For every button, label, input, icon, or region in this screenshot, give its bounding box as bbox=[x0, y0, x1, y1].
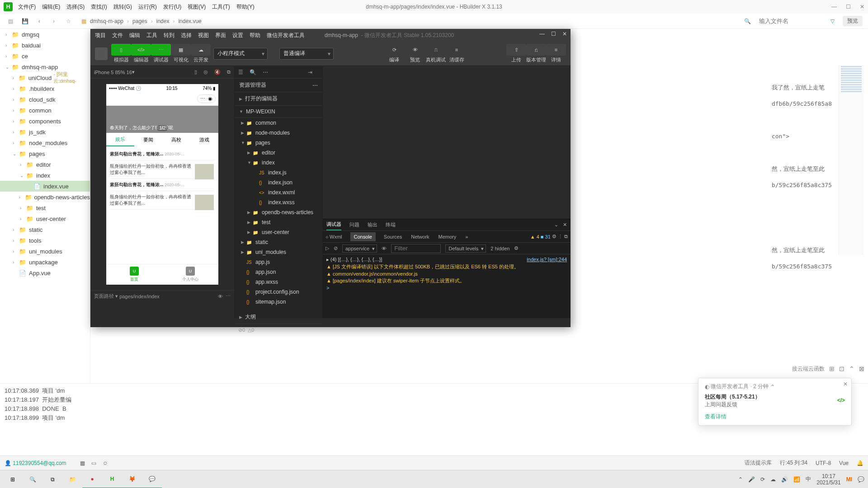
wx-mode-select[interactable]: 小程序模式 bbox=[213, 48, 268, 60]
maximize-icon[interactable]: ☐ bbox=[846, 4, 851, 10]
status-icon-terminal[interactable]: ▭ bbox=[91, 460, 96, 466]
wx-tab-debugger[interactable]: ⋯调试器 bbox=[151, 44, 171, 63]
back-icon[interactable]: ‹ bbox=[34, 16, 44, 26]
status-lang[interactable]: Vue bbox=[839, 460, 849, 466]
breadcrumb-file[interactable]: index.vue bbox=[178, 18, 201, 24]
wx-menu-wxdev[interactable]: 微信开发者工具 bbox=[267, 32, 305, 39]
status-user-icon[interactable]: 👤 bbox=[5, 460, 11, 466]
dbg-dock-icon[interactable]: ⧉ bbox=[564, 234, 568, 239]
phone-tab-4[interactable]: 游戏 bbox=[190, 133, 218, 146]
wx-tree-item[interactable]: ▶📁opendb-news-articles bbox=[235, 207, 322, 217]
forward-icon[interactable]: › bbox=[49, 16, 59, 26]
menu-edit[interactable]: 编辑(E) bbox=[42, 3, 60, 11]
wx-tree-item[interactable]: ▶📁node-modules bbox=[235, 128, 322, 138]
wx-tab-visual[interactable]: ▦可视化 bbox=[171, 44, 191, 63]
phone-preview[interactable]: ••••• WeChat 🕑10:1574% ▮ ⋯◉ 春天到了，怎么能少了轮播… bbox=[106, 84, 218, 285]
console-eye-icon[interactable]: 👁 bbox=[382, 246, 387, 251]
tree-item[interactable]: 📄App.vue bbox=[0, 267, 90, 278]
wx-menu-settings[interactable]: 设置 bbox=[232, 32, 243, 39]
wx-menu-ui[interactable]: 界面 bbox=[215, 32, 226, 39]
taskview-icon[interactable]: ⧉ bbox=[42, 470, 62, 488]
sim-device-label[interactable]: iPhone 5 85% 16 bbox=[94, 70, 132, 75]
wx-menu-help[interactable]: 帮助 bbox=[250, 32, 260, 39]
wx-menu-select[interactable]: 选择 bbox=[181, 32, 192, 39]
list-item[interactable]: 瓶身描绘的牡丹一如你初妆，冉冉檀香透过窗心事我了然... bbox=[110, 160, 215, 179]
wx-more-icon[interactable]: ⋯ bbox=[263, 69, 268, 75]
dbg-collapse-icon[interactable]: ⌄ bbox=[554, 222, 558, 228]
wx-detail-button[interactable]: ≡详情 bbox=[546, 44, 566, 63]
tray-cloud-icon[interactable]: ☁ bbox=[770, 476, 776, 483]
devtab-network[interactable]: Network bbox=[410, 232, 430, 241]
wx-minimize-icon[interactable]: — bbox=[539, 31, 545, 37]
dbg-gear-icon[interactable]: ⚙ bbox=[552, 234, 557, 239]
dbg-tab-terminal[interactable]: 终端 bbox=[386, 220, 396, 230]
list-item[interactable]: 素胚勾勒出青花，笔锋浓... 2020-05-... bbox=[110, 179, 215, 191]
devtab-memory[interactable]: Memory bbox=[438, 232, 458, 241]
wx-tree-item[interactable]: {}app.wxss bbox=[235, 277, 322, 287]
sim-target-icon[interactable]: ◎ bbox=[203, 69, 208, 75]
wx-tree-item[interactable]: ▼📁pages bbox=[235, 138, 322, 148]
wx-tree-item[interactable]: ▶📁editor bbox=[235, 148, 322, 158]
console-play-icon[interactable]: ▷ bbox=[326, 245, 329, 251]
phone-tab-3[interactable]: 高校 bbox=[162, 133, 190, 146]
tree-item[interactable]: ›📁opendb-news-articles bbox=[0, 192, 90, 202]
menu-goto[interactable]: 跳转(G) bbox=[113, 3, 132, 11]
tree-item[interactable]: ›📁components bbox=[0, 116, 90, 127]
dbg-tab-problems[interactable]: 问题 bbox=[349, 220, 359, 230]
menu-file[interactable]: 文件(F) bbox=[18, 3, 36, 11]
start-button[interactable]: ⊞ bbox=[3, 470, 23, 488]
wx-tree-item[interactable]: ▶📁test bbox=[235, 217, 322, 227]
capsule-close-icon[interactable]: ◉ bbox=[208, 96, 212, 102]
console-gear2-icon[interactable]: ⚙ bbox=[514, 245, 519, 251]
wx-menu-goto[interactable]: 转到 bbox=[164, 32, 175, 39]
wx-tree-item[interactable]: {}index.json bbox=[235, 178, 322, 188]
dbg-tab-debugger[interactable]: 调试器 bbox=[326, 219, 341, 230]
wx-tree-item[interactable]: JSapp.js bbox=[235, 257, 322, 267]
sim-popout-icon[interactable]: ⧉ bbox=[227, 69, 231, 75]
menu-publish[interactable]: 发行(U) bbox=[163, 3, 182, 11]
wx-errors-icon[interactable]: ⊘ bbox=[238, 327, 242, 333]
tree-item[interactable]: ›📁editor bbox=[0, 159, 90, 170]
tree-item[interactable]: ›📁js_sdk bbox=[0, 127, 90, 137]
wx-menu-project[interactable]: 项目 bbox=[95, 32, 106, 39]
tree-item[interactable]: ›📁tools bbox=[0, 235, 90, 246]
status-encoding[interactable]: UTF-8 bbox=[816, 460, 831, 466]
wx-menu-file[interactable]: 文件 bbox=[112, 32, 123, 39]
wx-tab-simulator[interactable]: ▯模拟器 bbox=[111, 44, 131, 63]
devtab-console[interactable]: Console bbox=[350, 232, 376, 241]
wx-avatar[interactable] bbox=[95, 47, 108, 60]
tree-item[interactable]: ›📁.hbuilderx bbox=[0, 83, 90, 94]
firefox-icon[interactable]: 🦊 bbox=[122, 470, 142, 488]
wx-device-button[interactable]: ⎍真机调试 bbox=[426, 44, 446, 63]
file-search-icon[interactable]: 🔍 bbox=[744, 18, 751, 24]
record-icon[interactable]: ● bbox=[82, 470, 102, 488]
tree-item[interactable]: ›📁cloud_sdk bbox=[0, 94, 90, 105]
wx-outline-header[interactable]: ▶大纲 bbox=[235, 310, 322, 324]
breadcrumb-folder1[interactable]: pages bbox=[132, 18, 147, 24]
wx-compile-select[interactable]: 普通编译 bbox=[279, 48, 334, 60]
wx-tree-item[interactable]: {}project.config.json bbox=[235, 287, 322, 297]
console-filter-input[interactable] bbox=[391, 244, 441, 253]
dbg-kebab-icon[interactable]: ⋮ bbox=[558, 234, 563, 239]
tree-item[interactable]: ›📁ce bbox=[0, 51, 90, 61]
warn-count[interactable]: ▲ 4 bbox=[530, 234, 539, 239]
menu-find[interactable]: 查找(I) bbox=[91, 3, 107, 11]
sim-more-icon[interactable]: ⋯ bbox=[226, 293, 231, 299]
tree-item[interactable]: ›📁node_modules bbox=[0, 137, 90, 148]
menu-help[interactable]: 帮助(Y) bbox=[236, 3, 255, 11]
toast-close-icon[interactable]: ✕ bbox=[843, 381, 848, 387]
wx-tree-item[interactable]: {}index.wxss bbox=[235, 197, 322, 207]
wx-resmgr-header[interactable]: 资源管理器⋯ bbox=[235, 79, 322, 92]
wx-tree-item[interactable]: ▶📁user-center bbox=[235, 227, 322, 237]
toast-link[interactable]: 查看详情 bbox=[705, 413, 845, 421]
console-scope-select[interactable]: appservice bbox=[342, 244, 377, 253]
wx-tree-item[interactable]: ▶📁common bbox=[235, 118, 322, 128]
tree-item[interactable]: ›📁unpackage bbox=[0, 257, 90, 267]
status-icon-smile[interactable]: ☺ bbox=[103, 460, 108, 466]
tray-update-icon[interactable]: ⟳ bbox=[760, 476, 765, 483]
wx-tree-item[interactable]: ▶📁static bbox=[235, 237, 322, 247]
phone-tab-1[interactable]: 娱乐 bbox=[106, 133, 134, 146]
phone-tabbar-mine[interactable]: U个人中心 bbox=[162, 264, 218, 285]
sim-rotate-icon[interactable]: ▯ bbox=[194, 69, 197, 75]
explorer-icon[interactable]: 📁 bbox=[62, 470, 82, 488]
